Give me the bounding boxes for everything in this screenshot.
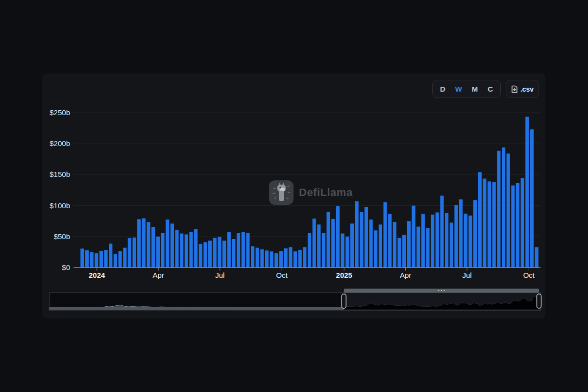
bar[interactable] bbox=[426, 228, 429, 268]
bar[interactable] bbox=[232, 239, 235, 268]
bar[interactable] bbox=[133, 238, 136, 268]
bar[interactable] bbox=[194, 229, 197, 268]
bar[interactable] bbox=[421, 214, 425, 268]
bar[interactable] bbox=[123, 248, 126, 268]
bar[interactable] bbox=[289, 247, 292, 268]
bar[interactable] bbox=[535, 247, 539, 268]
bar[interactable] bbox=[431, 215, 434, 268]
bar[interactable] bbox=[303, 247, 306, 268]
bar[interactable] bbox=[294, 251, 297, 268]
bar[interactable] bbox=[171, 223, 174, 268]
bar[interactable] bbox=[166, 220, 169, 268]
bar[interactable] bbox=[521, 178, 524, 268]
bar[interactable] bbox=[397, 238, 401, 268]
bar[interactable] bbox=[308, 233, 311, 268]
bar[interactable] bbox=[128, 238, 131, 268]
bar[interactable] bbox=[436, 213, 439, 268]
bar[interactable] bbox=[242, 232, 245, 268]
bar[interactable] bbox=[208, 241, 212, 268]
interval-button-daily[interactable]: D bbox=[438, 84, 448, 94]
bar[interactable] bbox=[218, 237, 221, 268]
bar[interactable] bbox=[114, 254, 117, 268]
bar[interactable] bbox=[119, 251, 122, 268]
bar[interactable] bbox=[331, 219, 335, 268]
bar[interactable] bbox=[104, 250, 108, 268]
bar[interactable] bbox=[142, 219, 146, 268]
bar[interactable] bbox=[265, 250, 269, 268]
bar[interactable] bbox=[213, 238, 217, 268]
bar[interactable] bbox=[203, 242, 207, 268]
bar[interactable] bbox=[284, 248, 288, 268]
bar[interactable] bbox=[222, 241, 226, 268]
bar[interactable] bbox=[345, 237, 349, 268]
bar[interactable] bbox=[384, 202, 387, 268]
bar[interactable] bbox=[525, 117, 529, 268]
bar[interactable] bbox=[464, 214, 467, 268]
bar[interactable] bbox=[161, 233, 164, 268]
brush-handle-right[interactable] bbox=[537, 294, 541, 308]
bar[interactable] bbox=[407, 221, 411, 268]
bar[interactable] bbox=[369, 220, 373, 268]
bar[interactable] bbox=[137, 219, 141, 268]
bar[interactable] bbox=[156, 237, 160, 268]
interval-button-cumulative[interactable]: C bbox=[485, 84, 495, 94]
bar[interactable] bbox=[468, 216, 472, 268]
bar[interactable] bbox=[151, 227, 155, 268]
bar[interactable] bbox=[298, 250, 302, 268]
bar[interactable] bbox=[365, 207, 368, 268]
bar[interactable] bbox=[516, 183, 519, 268]
bar[interactable] bbox=[478, 172, 482, 268]
bar[interactable] bbox=[402, 235, 406, 268]
bar[interactable] bbox=[459, 199, 463, 268]
bar[interactable] bbox=[256, 248, 259, 268]
bar[interactable] bbox=[454, 205, 458, 268]
bar[interactable] bbox=[227, 232, 231, 268]
bar[interactable] bbox=[473, 200, 477, 268]
bar[interactable] bbox=[492, 182, 496, 268]
bar[interactable] bbox=[374, 230, 377, 268]
bar[interactable] bbox=[322, 233, 325, 268]
bar[interactable] bbox=[450, 222, 453, 268]
download-csv-button[interactable]: .csv bbox=[506, 80, 539, 98]
interval-button-weekly[interactable]: W bbox=[453, 84, 465, 94]
bar[interactable] bbox=[313, 219, 316, 268]
brush-handle-left[interactable] bbox=[342, 294, 346, 308]
bar[interactable] bbox=[355, 201, 359, 268]
bar[interactable] bbox=[317, 224, 320, 268]
bar[interactable] bbox=[85, 250, 89, 268]
interval-button-monthly[interactable]: M bbox=[469, 84, 481, 94]
bar[interactable] bbox=[180, 234, 183, 268]
bar[interactable] bbox=[237, 233, 240, 268]
bar[interactable] bbox=[388, 214, 392, 268]
bar[interactable] bbox=[327, 212, 330, 268]
bar[interactable] bbox=[488, 181, 491, 268]
bar[interactable] bbox=[502, 147, 505, 268]
bar[interactable] bbox=[95, 253, 98, 268]
bar[interactable] bbox=[189, 232, 193, 268]
bar[interactable] bbox=[99, 251, 103, 268]
bar[interactable] bbox=[90, 252, 94, 268]
bar[interactable] bbox=[530, 129, 534, 268]
bar[interactable] bbox=[445, 213, 448, 268]
bar[interactable] bbox=[336, 206, 340, 268]
bar[interactable] bbox=[175, 230, 178, 268]
bar[interactable] bbox=[80, 248, 84, 268]
bar[interactable] bbox=[507, 153, 510, 268]
bar[interactable] bbox=[497, 151, 500, 268]
bar[interactable] bbox=[260, 249, 264, 268]
bar[interactable] bbox=[393, 222, 396, 268]
bar[interactable] bbox=[440, 196, 443, 268]
bar[interactable] bbox=[270, 251, 273, 268]
bar[interactable] bbox=[416, 227, 420, 268]
bar[interactable] bbox=[511, 186, 514, 268]
bar[interactable] bbox=[109, 244, 112, 268]
bar[interactable] bbox=[341, 234, 344, 268]
bar[interactable] bbox=[350, 223, 354, 268]
bar[interactable] bbox=[412, 206, 415, 268]
bar[interactable] bbox=[360, 212, 363, 268]
bar[interactable] bbox=[274, 253, 278, 268]
bar[interactable] bbox=[483, 179, 486, 268]
bar[interactable] bbox=[251, 246, 254, 268]
bar[interactable] bbox=[379, 224, 382, 268]
bar[interactable] bbox=[147, 222, 150, 268]
